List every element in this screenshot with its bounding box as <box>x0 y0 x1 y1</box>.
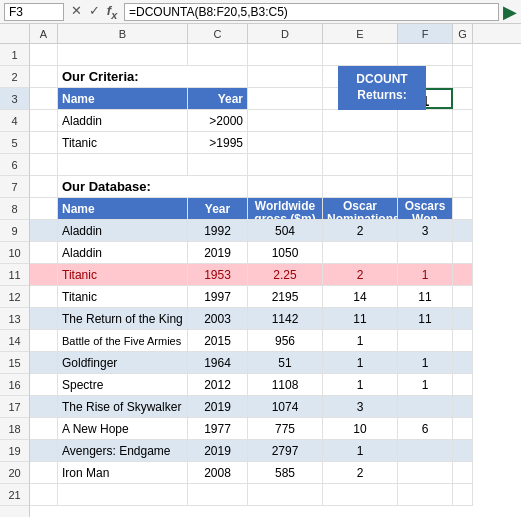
cell-g7[interactable] <box>453 176 473 197</box>
criteria-row2-year[interactable]: >1995 <box>188 132 248 153</box>
cell-d6[interactable] <box>248 154 323 175</box>
db-row12-nominations[interactable]: 2 <box>323 462 398 483</box>
cell-g15[interactable] <box>453 352 473 373</box>
db-row7-year[interactable]: 1964 <box>188 352 248 373</box>
cell-f4[interactable] <box>398 110 453 131</box>
db-header-name[interactable]: Name <box>58 198 188 219</box>
db-row1-won[interactable]: 3 <box>398 220 453 241</box>
cell-c6[interactable] <box>188 154 248 175</box>
cell-e4[interactable] <box>323 110 398 131</box>
cell-a3[interactable] <box>30 88 58 109</box>
cell-e6[interactable] <box>323 154 398 175</box>
db-row4-gross[interactable]: 2195 <box>248 286 323 307</box>
cell-a9[interactable] <box>30 220 58 241</box>
db-row3-nominations[interactable]: 2 <box>323 264 398 285</box>
formula-input[interactable] <box>124 3 499 21</box>
cell-g13[interactable] <box>453 308 473 329</box>
col-header-d[interactable]: D <box>248 24 323 43</box>
db-row1-year[interactable]: 1992 <box>188 220 248 241</box>
db-row8-name[interactable]: Spectre <box>58 374 188 395</box>
cell-g1[interactable] <box>453 44 473 65</box>
db-row6-gross[interactable]: 956 <box>248 330 323 351</box>
db-row1-gross[interactable]: 504 <box>248 220 323 241</box>
cell-a13[interactable] <box>30 308 58 329</box>
db-row2-nominations[interactable] <box>323 242 398 263</box>
cell-d3[interactable] <box>248 88 323 109</box>
db-row7-won[interactable]: 1 <box>398 352 453 373</box>
db-row4-won[interactable]: 11 <box>398 286 453 307</box>
db-row6-year[interactable]: 2015 <box>188 330 248 351</box>
cell-b2[interactable]: Our Criteria: <box>58 66 248 87</box>
col-header-a[interactable]: A <box>30 24 58 43</box>
cell-e7[interactable] <box>323 176 398 197</box>
cell-f21[interactable] <box>398 484 453 505</box>
cell-a1[interactable] <box>30 44 58 65</box>
db-row12-name[interactable]: Iron Man <box>58 462 188 483</box>
cell-d5[interactable] <box>248 132 323 153</box>
cell-e1[interactable] <box>323 44 398 65</box>
db-row11-name[interactable]: Avengers: Endgame <box>58 440 188 461</box>
cell-a21[interactable] <box>30 484 58 505</box>
db-row5-name[interactable]: The Return of the King <box>58 308 188 329</box>
db-row4-nominations[interactable]: 14 <box>323 286 398 307</box>
cell-g17[interactable] <box>453 396 473 417</box>
cell-f1[interactable] <box>398 44 453 65</box>
cell-a7[interactable] <box>30 176 58 197</box>
cell-a6[interactable] <box>30 154 58 175</box>
db-row9-won[interactable] <box>398 396 453 417</box>
cell-a5[interactable] <box>30 132 58 153</box>
db-row9-nominations[interactable]: 3 <box>323 396 398 417</box>
db-row8-gross[interactable]: 1108 <box>248 374 323 395</box>
db-row9-year[interactable]: 2019 <box>188 396 248 417</box>
db-row1-name[interactable]: Aladdin <box>58 220 188 241</box>
cell-g10[interactable] <box>453 242 473 263</box>
db-row6-name[interactable]: Battle of the Five Armies <box>58 330 188 351</box>
cell-e5[interactable] <box>323 132 398 153</box>
db-row3-won[interactable]: 1 <box>398 264 453 285</box>
db-row11-gross[interactable]: 2797 <box>248 440 323 461</box>
col-header-c[interactable]: C <box>188 24 248 43</box>
cell-b1[interactable] <box>58 44 188 65</box>
cell-a11[interactable] <box>30 264 58 285</box>
cell-d7[interactable] <box>248 176 323 197</box>
insert-function-icon[interactable]: fx <box>104 3 120 21</box>
db-row5-year[interactable]: 2003 <box>188 308 248 329</box>
col-header-b[interactable]: B <box>58 24 188 43</box>
cell-g16[interactable] <box>453 374 473 395</box>
confirm-icon[interactable]: ✓ <box>86 3 102 21</box>
db-row12-won[interactable] <box>398 462 453 483</box>
db-header-gross[interactable]: Worldwide gross ($m) <box>248 198 323 219</box>
db-row2-year[interactable]: 2019 <box>188 242 248 263</box>
cell-g9[interactable] <box>453 220 473 241</box>
db-row4-year[interactable]: 1997 <box>188 286 248 307</box>
cell-g19[interactable] <box>453 440 473 461</box>
db-row5-gross[interactable]: 1142 <box>248 308 323 329</box>
db-header-oscars-won[interactable]: Oscars Won <box>398 198 453 219</box>
col-header-g[interactable]: G <box>453 24 473 43</box>
db-row10-year[interactable]: 1977 <box>188 418 248 439</box>
cell-f6[interactable] <box>398 154 453 175</box>
db-row10-nominations[interactable]: 10 <box>323 418 398 439</box>
db-row10-won[interactable]: 6 <box>398 418 453 439</box>
db-row11-won[interactable] <box>398 440 453 461</box>
db-row8-year[interactable]: 2012 <box>188 374 248 395</box>
cell-a17[interactable] <box>30 396 58 417</box>
db-header-year[interactable]: Year <box>188 198 248 219</box>
col-header-e[interactable]: E <box>323 24 398 43</box>
db-row2-gross[interactable]: 1050 <box>248 242 323 263</box>
criteria-header-year[interactable]: Year <box>188 88 248 109</box>
cell-g12[interactable] <box>453 286 473 307</box>
cell-a18[interactable] <box>30 418 58 439</box>
db-row1-nominations[interactable]: 2 <box>323 220 398 241</box>
db-row9-name[interactable]: The Rise of Skywalker <box>58 396 188 417</box>
db-row3-year[interactable]: 1953 <box>188 264 248 285</box>
cell-f5[interactable] <box>398 132 453 153</box>
cell-b7[interactable]: Our Database: <box>58 176 248 197</box>
cell-reference-box[interactable]: F3 <box>4 3 64 21</box>
db-row10-gross[interactable]: 775 <box>248 418 323 439</box>
db-row5-won[interactable]: 11 <box>398 308 453 329</box>
cell-d2[interactable] <box>248 66 323 87</box>
db-row10-name[interactable]: A New Hope <box>58 418 188 439</box>
cell-g3[interactable] <box>453 88 473 109</box>
cell-d21[interactable] <box>248 484 323 505</box>
